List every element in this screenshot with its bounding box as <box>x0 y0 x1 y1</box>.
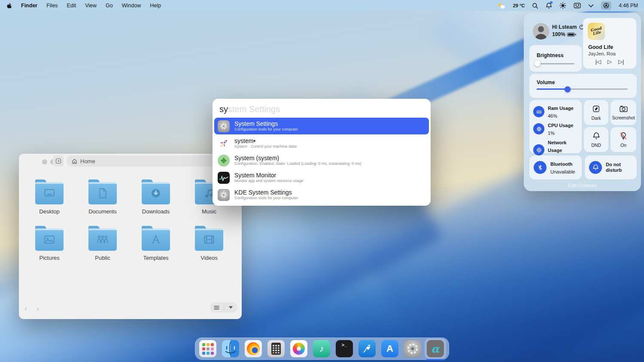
launchpad-icon <box>202 343 214 355</box>
result-systemd-unit[interactable]: System (system)Configuration: Enabled, S… <box>214 152 429 169</box>
brightness-sun-icon[interactable] <box>559 2 566 9</box>
dock-item-calculator[interactable] <box>267 340 285 357</box>
battery-icon <box>567 33 575 37</box>
sidebar-toggle-button[interactable] <box>53 155 64 167</box>
screenshot-tile[interactable]: Screenshot <box>611 100 636 125</box>
search-input[interactable]: system Settings <box>213 99 431 118</box>
ram-icon <box>533 106 544 117</box>
result-system-command[interactable]: system•System · Control your machine sta… <box>214 135 429 152</box>
dock-item-music[interactable]: ♪ <box>313 340 330 357</box>
system-settings-gear-icon <box>218 120 230 132</box>
chevron-down-icon[interactable] <box>588 4 594 8</box>
dark-mode-label: Dark <box>591 116 601 121</box>
desktop: { "colors": { "accent": "#3e64f4", "sele… <box>0 0 644 362</box>
do-not-disturb-bell-icon <box>589 161 602 174</box>
menu-go[interactable]: Go <box>106 3 113 9</box>
volume-slider-thumb[interactable] <box>565 86 571 92</box>
folder-downloads[interactable]: Downloads <box>129 176 182 215</box>
notifications-bell-icon[interactable] <box>546 2 552 9</box>
dock-item-photos[interactable] <box>290 340 307 357</box>
dock-item-firefox[interactable] <box>245 340 262 357</box>
view-dropdown-button[interactable] <box>224 306 238 309</box>
search-icon[interactable] <box>532 3 538 9</box>
do-not-disturb-tile[interactable]: Do not disturb <box>585 155 637 179</box>
dock-item-terminal[interactable]: >_ <box>336 340 353 357</box>
dnd-label: DND <box>591 143 601 148</box>
terminal-prompt-icon: >_ <box>341 343 347 348</box>
menu-files[interactable]: Files <box>46 3 58 9</box>
input-method-icon[interactable] <box>574 3 581 9</box>
result-system-monitor[interactable]: System MonitorMonitor app and system res… <box>214 169 429 186</box>
menu-view[interactable]: View <box>85 3 97 9</box>
dnd-bell-icon <box>592 132 600 140</box>
dark-mode-tile[interactable]: Dark <box>584 100 608 125</box>
file-manager-window: Home Desktop Documents Downloads <box>19 154 242 319</box>
home-icon <box>72 158 77 164</box>
system-settings-tray-icon[interactable] <box>601 1 611 10</box>
control-center: Hi Lsteam 100% Good Life Good Life JayJe… <box>524 13 641 191</box>
finder-face-icon <box>222 340 239 357</box>
back-button[interactable]: ‹ <box>24 304 27 313</box>
track-title: Good Life <box>588 44 613 50</box>
dark-mode-icon <box>592 105 600 113</box>
app-store-icon: A <box>386 343 393 354</box>
folder-videos[interactable]: Videos <box>182 222 236 261</box>
next-track-button[interactable]: ▷| <box>618 58 624 65</box>
bluetooth-status: Unavailable <box>550 169 575 174</box>
folder-public[interactable]: Public <box>76 222 129 261</box>
cpu-usage-value: 1% <box>548 131 555 136</box>
folder-grid: Desktop Documents Downloads Music <box>23 176 237 261</box>
file-manager-titlebar: Home <box>19 154 242 168</box>
menu-edit[interactable]: Edit <box>67 3 76 9</box>
dock-item-launchpad[interactable] <box>199 340 216 357</box>
dock-item-finder[interactable] <box>222 340 239 357</box>
breadcrumb-label: Home <box>80 158 95 164</box>
dnd-tile[interactable]: DND <box>584 127 608 152</box>
notification-badge <box>550 1 553 4</box>
bluetooth-tile[interactable]: BluetoothUnavailable <box>529 155 582 179</box>
result-system-settings[interactable]: System SettingsConfiguration tools for y… <box>214 118 429 134</box>
folder-pictures[interactable]: Pictures <box>23 222 76 261</box>
result-kde-system-settings[interactable]: KDE System SettingsConfiguration tools f… <box>214 186 429 203</box>
breadcrumb[interactable]: Home <box>67 155 232 167</box>
brightness-slider-thumb[interactable] <box>535 61 541 67</box>
play-button[interactable]: ▷ <box>608 58 612 65</box>
system-usage-widget: Ram Usage46% CPU Usage1% Network Usage0 … <box>529 100 582 153</box>
media-widget[interactable]: Good Life Good Life JayJen, Roa |◁ ▷ ▷| <box>583 18 636 69</box>
temperature-label: 29 °C <box>513 3 525 8</box>
dock-item-albert-launcher[interactable]: α <box>427 340 444 357</box>
menu-finder[interactable]: Finder <box>21 3 37 9</box>
bluetooth-icon <box>534 161 547 174</box>
close-button[interactable] <box>42 159 47 164</box>
do-not-disturb-label: Do not disturb <box>606 162 632 173</box>
history-nav: ‹ › <box>24 304 39 313</box>
systemd-puzzle-icon <box>218 155 230 167</box>
folder-documents[interactable]: Documents <box>76 176 129 215</box>
dock-item-system-preferences[interactable] <box>404 340 421 357</box>
dock: ♪ >_ A α <box>195 338 449 360</box>
view-controls <box>210 302 237 313</box>
dock-item-falkon[interactable] <box>358 340 376 357</box>
user-avatar[interactable] <box>533 23 549 40</box>
brightness-slider[interactable] <box>537 63 574 64</box>
edit-controls-button[interactable]: Edit Controls <box>524 183 641 188</box>
menu-window[interactable]: Window <box>122 3 141 9</box>
folder-templates[interactable]: Templates <box>129 222 182 261</box>
night-light-tile[interactable]: On <box>611 127 636 152</box>
view-mode-button[interactable] <box>210 305 224 310</box>
search-launcher: system Settings System SettingsConfigura… <box>213 99 431 206</box>
folder-desktop[interactable]: Desktop <box>23 176 76 215</box>
ram-usage-label: Ram Usage <box>548 106 574 111</box>
clock-label[interactable]: 4:46 PM <box>619 3 638 9</box>
night-light-label: On <box>620 143 626 148</box>
public-folder-icon <box>88 228 117 251</box>
menu-bar: Finder Files Edit View Go Window Help 29… <box>0 0 644 11</box>
cpu-usage-label: CPU Usage <box>548 123 573 128</box>
apple-menu[interactable] <box>6 2 12 9</box>
forward-button[interactable]: › <box>36 304 39 313</box>
battery-percent-label: 100% <box>552 31 565 37</box>
menu-help[interactable]: Help <box>150 3 161 9</box>
weather-sun-cloud-icon[interactable] <box>497 3 506 9</box>
previous-track-button[interactable]: |◁ <box>595 58 601 65</box>
dock-item-app-store[interactable]: A <box>381 340 398 357</box>
